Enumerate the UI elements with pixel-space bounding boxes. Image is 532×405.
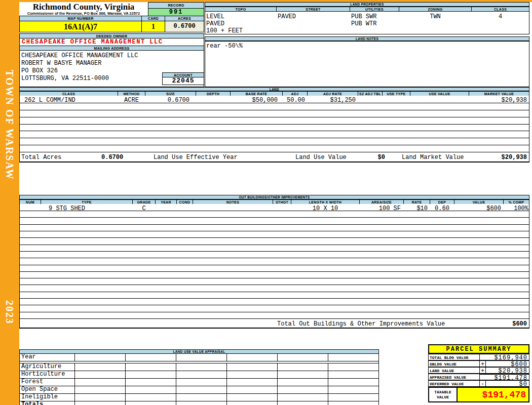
ps-taxable-value: $191,478: [457, 387, 529, 402]
land-notes-title: LAND NOTES: [205, 36, 529, 41]
land-row-method: ACRE: [118, 97, 145, 104]
acres-value: 0.6700: [165, 21, 204, 32]
land-market-value: $20,938: [486, 154, 527, 161]
land-use-appraisal-title: LAND USE VALUE APPRAISAL: [19, 349, 379, 354]
out-buildings-total-row: [19, 319, 529, 329]
ps-land-label: LAND VALUE: [428, 367, 480, 374]
ps-total-bldg-label: TOTAL BLDG VALUE: [428, 354, 480, 360]
utilities-value-1: PUB SWR: [351, 13, 376, 20]
account-value: 22045: [162, 77, 204, 85]
lu-row-horticulture: Horticulture: [20, 371, 75, 378]
land-row-size: 0.6700: [145, 97, 189, 104]
ps-deferred-value: $0: [485, 380, 529, 387]
property-record-card: TOWN OF WARSAW 2023 Richmond County, Vir…: [0, 0, 532, 405]
ps-total-bldg-value: $169,940: [479, 354, 529, 360]
map-number-value: 16A1(A)7: [19, 21, 142, 32]
land-row-market-value: $20,938: [469, 97, 527, 104]
address-line-2: ROBERT W BASYE MANAGER: [21, 60, 101, 67]
out-buildings-title: OUT BUILDINGS/OTHER IMPROVEMENTS: [19, 195, 529, 199]
deeded-owner-name: CHESAPEAKE OFFICE MANAGEMENT LLC: [19, 38, 204, 46]
lu-row-open-space: Open Space: [20, 386, 75, 393]
topo-value-3: 100 + FEET: [206, 27, 243, 34]
ps-appraised-value: $191,478: [479, 374, 529, 380]
land-table-title: LAND: [19, 87, 529, 91]
topo-value-1: LEVEL: [206, 13, 224, 20]
county-title: Richmond County, Virginia: [20, 3, 147, 12]
ps-appraised-label: APPRAISED VALUE: [428, 374, 480, 380]
ps-obldg-label: OBLDG VALUE: [428, 360, 480, 367]
land-row-base-rate: $50,000: [230, 97, 278, 104]
card-value: 1: [141, 21, 165, 32]
sidebar-year-label: 2023: [4, 300, 15, 325]
lu-row-year: Year: [20, 354, 75, 361]
record-value: 991: [148, 8, 204, 16]
address-line-3: PO BOX 326: [21, 67, 58, 74]
land-notes-box: [205, 41, 529, 87]
land-row-adj: 50.00: [282, 97, 305, 104]
lu-row-agriculture: Agriculture: [20, 363, 75, 371]
land-market-value-label: Land Market Value: [402, 154, 464, 161]
total-acres-label: Total Acres: [21, 154, 61, 161]
land-use-appraisal-table: Year Agriculture Horticulture Forest Ope…: [19, 354, 379, 405]
ps-deferred-label: DEFERRED VALUE: [428, 380, 480, 387]
land-notes-text: rear -50\%: [206, 43, 243, 50]
total-acres-value: 0.6700: [101, 154, 123, 161]
land-row-adj-rate: $31,250: [307, 97, 356, 104]
land-use-value-label: Land Use Value: [295, 154, 347, 161]
lu-row-forest: Forest: [20, 379, 75, 386]
out-buildings-total-value: $600: [486, 320, 527, 328]
out-buildings-empty-rows: [19, 211, 529, 319]
address-line-4: LOTTSBURG, VA 22511-0000: [21, 75, 109, 82]
parcel-summary-title: PARCEL SUMMARY: [428, 344, 529, 354]
land-properties-title: LAND PROPERTIES: [205, 2, 529, 7]
ps-land-value: $20,938: [485, 367, 529, 374]
land-use-effective-year-label: Land Use Effective Year: [154, 154, 238, 161]
land-empty-rows: [19, 103, 529, 152]
out-buildings-total-label: Total Out Buildings & Other Improvements…: [277, 320, 445, 328]
lu-row-ineligible: Ineligible: [20, 394, 75, 401]
sidebar-town-label: TOWN OF WARSAW: [4, 70, 15, 180]
ps-taxable-label: TAXABLE VALUE: [428, 387, 458, 402]
class-value: 4: [471, 13, 529, 20]
zoning-value: TWN: [399, 13, 472, 20]
land-row-class: 262 L COMM/IND: [24, 97, 75, 104]
street-value-1: PAVED: [278, 13, 296, 20]
land-use-value: $0: [355, 154, 385, 161]
lu-row-totals: Totals: [20, 401, 75, 405]
utilities-value-2: PUB WTR: [351, 20, 376, 27]
ps-obldg-value: $600: [485, 360, 529, 367]
topo-value-2: PAVED: [206, 20, 224, 27]
address-line-1: CHESAPEAKE OFFICE MANAGEMENT LLC: [21, 52, 138, 59]
